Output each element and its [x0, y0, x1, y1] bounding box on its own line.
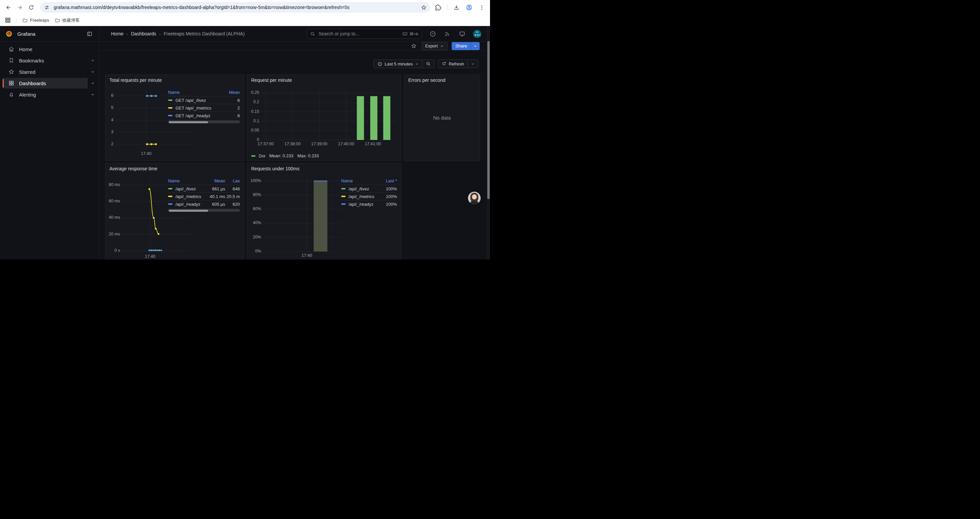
panel-title[interactable]: Total requests per minute	[110, 77, 162, 83]
chevron-down-icon[interactable]	[91, 92, 95, 97]
toolbar-divider	[447, 4, 447, 10]
user-avatar[interactable]	[473, 30, 481, 38]
breadcrumb-dashboards[interactable]: Dashboards	[131, 31, 156, 37]
series-point	[155, 143, 157, 145]
time-range-picker[interactable]: Last 5 minutes	[374, 60, 422, 68]
legend-header-last[interactable]: Las	[225, 178, 240, 184]
bookmark-folder-blogs[interactable]: 收藏博客	[52, 16, 83, 25]
scrollbar-thumb[interactable]	[487, 41, 490, 199]
sidebar-item-alerting[interactable]: Alerting	[3, 89, 88, 100]
breadcrumb-home[interactable]: Home	[111, 31, 123, 37]
y-axis-tick-label: 0.05	[247, 128, 259, 133]
export-button[interactable]: Export	[422, 42, 448, 50]
sidebar-item-home[interactable]: Home	[3, 44, 88, 54]
chevron-down-icon[interactable]	[91, 58, 95, 63]
back-icon[interactable]	[3, 2, 14, 13]
legend-header-name[interactable]: Name	[168, 178, 205, 184]
breadcrumb-current: Freeleaps Metrics Dashboard (ALPHA)	[164, 31, 245, 37]
series-point	[148, 188, 150, 190]
sidebar-brand-row: Grafana	[0, 26, 99, 42]
chart-plot-request-per-minute[interactable]: 0.250.20.150.10.05017:37:0017:38:0017:39…	[261, 91, 395, 140]
floating-assistant-avatar[interactable]	[468, 192, 480, 204]
y-axis-tick-label: 0%	[248, 249, 261, 254]
y-axis-tick-label: 0.15	[247, 109, 259, 114]
series-line	[150, 189, 159, 234]
legend-row: GET /api/_/metrics 2	[168, 104, 240, 112]
grafana-logo-icon[interactable]	[5, 30, 13, 37]
url-input[interactable]	[53, 4, 419, 10]
grafana-app: Grafana Home Bookmarks Starred	[0, 26, 490, 260]
sidebar-item-dashboards[interactable]: Dashboards	[3, 78, 88, 88]
share-menu-button[interactable]	[471, 42, 480, 50]
legend-header-mean[interactable]: Mean	[205, 178, 225, 184]
search-input[interactable]	[318, 31, 402, 37]
legend-hscrollbar[interactable]	[168, 120, 240, 123]
help-icon[interactable]: ?	[429, 30, 436, 37]
legend-header-name[interactable]: Name	[168, 90, 223, 95]
refresh-button[interactable]: Refresh	[438, 60, 467, 68]
legend-hscrollbar[interactable]	[168, 209, 240, 212]
sidebar-collapse-icon[interactable]	[85, 29, 94, 38]
y-axis-tick-label: 20%	[248, 235, 261, 240]
search-box[interactable]: ⌘+k	[307, 29, 422, 39]
chevron-down-icon[interactable]	[91, 81, 95, 86]
x-axis-tick-label: 17:40:00	[331, 142, 361, 146]
series-swatch	[168, 107, 172, 109]
chevron-down-icon[interactable]	[91, 69, 95, 74]
folder-icon	[22, 18, 28, 23]
reload-icon[interactable]	[25, 2, 37, 13]
series-point	[150, 95, 153, 97]
series-name: /api/_/livez	[175, 186, 196, 192]
x-axis-tick-label: 17:38:00	[277, 142, 307, 146]
sidebar-item-label: Alerting	[19, 92, 36, 97]
series-name: 2xx	[259, 153, 265, 158]
sidebar-item-label: Home	[19, 46, 32, 52]
scrollbar-thumb[interactable]	[169, 121, 208, 123]
extensions-icon[interactable]	[432, 2, 444, 13]
apps-grid-icon[interactable]	[3, 16, 12, 25]
scrollbar-thumb[interactable]	[169, 210, 208, 212]
legend-row: /api/_/livez 661 µs 646	[168, 185, 240, 192]
legend-header-mean[interactable]: Mean	[223, 90, 240, 95]
series-swatch	[341, 196, 345, 197]
bookmark-folder-freeleaps[interactable]: Freeleaps	[20, 16, 52, 24]
favorite-star-icon[interactable]	[410, 42, 418, 50]
bookmark-star-icon[interactable]	[419, 3, 428, 12]
panel-title[interactable]: Average response time	[110, 166, 158, 171]
share-button[interactable]: Share	[452, 42, 471, 50]
bar	[383, 96, 390, 140]
address-bar[interactable]	[40, 2, 430, 13]
site-info-icon[interactable]	[44, 5, 50, 10]
series-mean: Mean: 0.233	[269, 153, 293, 158]
legend-header-name[interactable]: Name	[341, 178, 378, 184]
download-icon[interactable]	[451, 2, 462, 13]
forward-icon[interactable]	[14, 2, 25, 13]
legend-header-last[interactable]: Last *	[378, 178, 397, 184]
series-swatch	[168, 115, 172, 116]
chevron-down-icon	[471, 62, 475, 66]
series-point	[153, 217, 154, 219]
series-point	[156, 249, 158, 251]
sidebar-item-starred[interactable]: Starred	[3, 67, 88, 77]
series-point	[161, 249, 162, 251]
monitor-icon[interactable]	[458, 30, 466, 37]
legend-table: Name Mean Las /api/_/livez 661 µs 646 /a…	[168, 177, 240, 212]
panel-title[interactable]: Request per minute	[251, 77, 292, 83]
sidebar-item-bookmarks[interactable]: Bookmarks	[3, 55, 88, 66]
zoom-out-button[interactable]	[422, 60, 434, 68]
series-point	[146, 95, 148, 97]
profile-icon[interactable]	[463, 2, 475, 13]
panel-title[interactable]: Requests under 100ms	[251, 166, 299, 171]
chart-plot-requests-under-100ms[interactable]: 100%80%60%40%20%0%17:40	[263, 177, 340, 251]
page-scrollbar[interactable]	[487, 26, 490, 260]
series-swatch	[251, 155, 256, 156]
series-last: 100%	[378, 194, 397, 199]
refresh-interval-button[interactable]	[468, 60, 478, 68]
legend-table: Name Last * /api/_/livez 100% /api/_/met…	[341, 177, 397, 208]
share-button-group: Share	[452, 42, 480, 50]
news-rss-icon[interactable]	[444, 30, 451, 37]
legend-row: /api/_/readyz 100%	[341, 200, 397, 208]
series-swatch	[341, 203, 345, 205]
series-name: /api/_/metrics	[175, 194, 201, 199]
browser-menu-icon[interactable]	[476, 2, 487, 13]
